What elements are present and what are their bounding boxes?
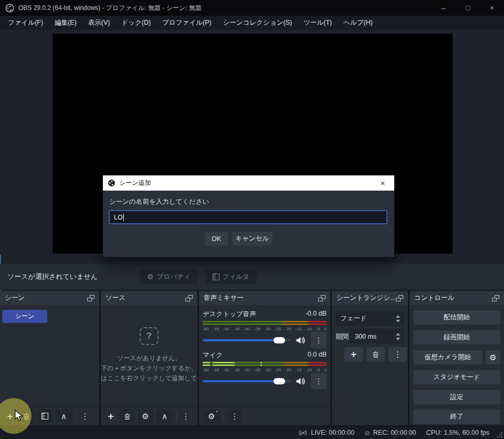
ok-button[interactable]: OK [205,232,228,246]
add-transition-button[interactable]: + [344,347,363,362]
volume-slider[interactable] [203,380,291,382]
obs-logo-icon [5,4,14,13]
channel-level-db: -0.0 dB [306,310,327,319]
duration-label: 期間 [335,332,349,341]
virtual-camera-settings-button[interactable]: ⚙ [486,350,500,364]
resize-grip[interactable] [497,432,503,438]
remove-source-button[interactable] [120,410,134,423]
volume-slider[interactable] [203,339,291,341]
start-virtual-camera-button[interactable]: 仮想カメラ開始 [413,350,482,364]
record-off-icon: ⊘ [364,429,370,437]
meter-tick: -45 [234,368,240,372]
popout-icon[interactable] [185,295,193,301]
meter-tick: -15 [296,327,302,331]
meter-tick: 0 [324,327,326,331]
dialog-titlebar: シーン追加 × [103,175,394,191]
menu-item[interactable]: 表示(V) [82,16,116,30]
close-button[interactable]: × [480,0,504,16]
meter-tick: -45 [234,327,240,331]
filter-icon [41,413,48,420]
window-controls: – □ × [432,0,504,16]
filters-button[interactable]: フィルタ [205,269,257,284]
channel-name: マイク [203,351,223,360]
sources-empty-line: はここを右クリックして追加してくだ [101,373,197,383]
channel-more-button[interactable]: ⋮ [311,373,327,389]
move-scene-up-button[interactable]: ∧ [56,410,72,423]
transitions-body: フェード 期間 300 ms + [332,305,408,425]
stream-off-icon [298,430,308,436]
speaker-icon[interactable] [296,336,306,344]
sources-empty-line: ソースがありません。 [101,353,197,363]
volume-slider-handle[interactable] [274,378,285,384]
trash-icon [372,351,379,358]
menu-item[interactable]: 編集(E) [49,16,82,30]
menu-item[interactable]: ツール(T) [298,16,338,30]
meter-tick: -25 [275,327,281,331]
add-source-button[interactable]: + [106,410,116,423]
popout-icon[interactable] [396,295,403,301]
meter-tick: -10 [306,327,312,331]
minimize-button[interactable]: – [432,0,456,16]
meter-tick: 0 [324,368,326,372]
meter-tick: -55 [213,327,219,331]
transitions-buttons: + ⋮ [344,347,407,362]
advanced-audio-button[interactable]: ⚙ ° [204,410,219,423]
rec-time: REC: 00:00:00 [373,429,416,436]
meter-scale: -60-55-50-45-40-35-30-25-20-15-10-50 [203,368,327,372]
scene-name-input[interactable]: LO [109,210,387,224]
popout-icon[interactable] [318,295,326,301]
spinbox-arrows[interactable] [393,333,404,340]
toolbar-separator [176,412,177,421]
popout-icon[interactable] [492,295,499,301]
settings-button[interactable]: 設定 [413,390,500,404]
menu-item[interactable]: ドック(D) [116,16,156,30]
select-arrows [393,315,404,322]
sources-empty-state: ? ソースがありません。 下の＋ボタンをクリックするか、 はここを右クリックして… [101,327,197,383]
menu-item[interactable]: シーンコレクション(S) [217,16,298,30]
meter-scale: -60-55-50-45-40-35-30-25-20-15-10-50 [203,327,327,331]
start-recording-button[interactable]: 録画開始 [413,330,500,344]
speaker-icon[interactable] [296,377,306,385]
properties-button[interactable]: ⚙ プロパティ [140,269,198,284]
meter-tick: -50 [223,327,229,331]
gear-icon: ⚙ [208,412,215,421]
filter-icon [213,274,219,280]
live-time: LIVE: 00:00:00 [311,429,354,436]
scene-filters-button[interactable] [37,410,52,423]
transition-select[interactable]: フェード [335,311,404,326]
cancel-button[interactable]: キャンセル [232,232,272,246]
properties-label: プロパティ [157,273,191,281]
dialog-close-button[interactable]: × [376,179,390,187]
remove-transition-button[interactable] [366,347,385,362]
chevron-down-icon [396,338,400,340]
menu-item[interactable]: ファイル(F) [2,16,49,30]
controls-body: 配信開始 録画開始 仮想カメラ開始 ⚙ スタジオモード 設定 終了 [410,305,504,425]
mixer-dock-title: 音声ミキサー [204,294,244,302]
volume-slider-handle[interactable] [274,337,285,343]
mixer-more-button[interactable]: ⋮ [227,410,242,423]
scenes-dock-title: シーン [5,294,25,302]
mixer-channel-desktop-audio: デスクトップ音声 -0.0 dB -60-55-50-45-40-35-30-2… [203,310,327,351]
mouse-cursor [15,410,24,422]
source-properties-button[interactable]: ⚙ [138,410,153,423]
mixer-body: デスクトップ音声 -0.0 dB -60-55-50-45-40-35-30-2… [199,305,330,425]
exit-button[interactable]: 終了 [413,410,500,424]
maximize-button[interactable]: □ [456,0,480,16]
menu-item[interactable]: プロファイル(P) [156,16,217,30]
scene-list-item-selected[interactable]: シーン [2,310,47,323]
popout-icon[interactable] [87,295,94,301]
trash-icon [124,413,131,420]
scenes-more-button[interactable]: ⋮ [80,410,90,423]
meter-tick: -25 [275,368,281,372]
move-source-up-button[interactable]: ∧ [156,410,173,423]
chevron-up-icon [396,315,400,318]
menu-item[interactable]: ヘルプ(H) [338,16,379,30]
studio-mode-button[interactable]: スタジオモード [413,370,500,384]
channel-more-button[interactable]: ⋮ [311,332,327,348]
meter-tick: -60 [203,368,209,372]
duration-spinbox[interactable]: 300 ms [350,329,404,344]
sources-more-button[interactable]: ⋮ [181,410,191,423]
mixer-dock-toolbar: ⚙ ° ⋮ [199,406,330,425]
transition-more-button[interactable]: ⋮ [388,347,407,362]
start-streaming-button[interactable]: 配信開始 [413,310,500,325]
